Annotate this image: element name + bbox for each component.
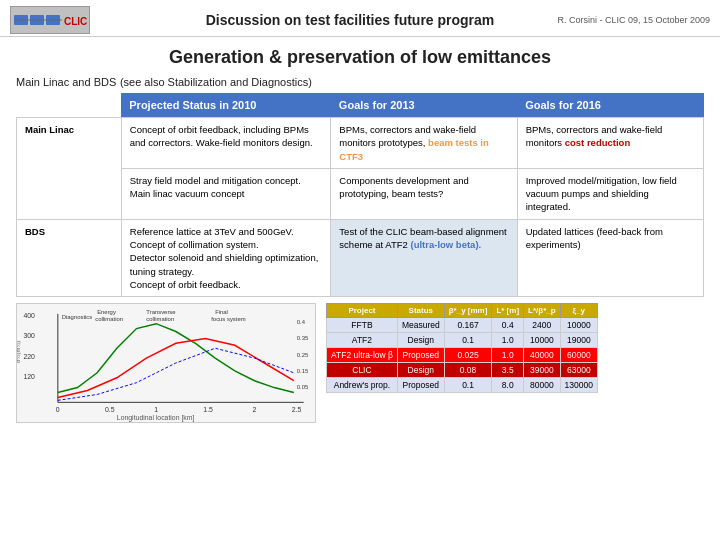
svg-text:collimation: collimation: [95, 316, 123, 322]
svg-text:Final: Final: [215, 309, 228, 315]
row-label-main-linac: Main Linac: [17, 118, 122, 220]
main-linac-col2: BPMs, correctors and wake-field monitors…: [331, 118, 517, 169]
main-linac-col1b: Stray field model and mitigation concept…: [121, 168, 331, 219]
data-table-row: FFTBMeasured0.1670.4240010000: [327, 318, 598, 333]
svg-text:CLIC: CLIC: [64, 16, 87, 27]
svg-text:collimation: collimation: [146, 316, 174, 322]
dt-col-status: Status: [397, 304, 444, 318]
svg-text:0.05: 0.05: [297, 384, 309, 390]
main-table: Projected Status in 2010 Goals for 2013 …: [16, 93, 704, 297]
data-table: Project Status β*_y [mm] L* [m] L*/β*_p …: [326, 303, 598, 393]
bds-col2: Test of the CLIC beam-based alignment sc…: [331, 219, 517, 296]
svg-text:Energy: Energy: [97, 309, 116, 315]
dt-col-xi: ξ_y: [560, 304, 597, 318]
chart-area: 400 300 220 120 0 0.5 1 1.5 2 2.5 Longit…: [16, 303, 316, 423]
bds-col1: Reference lattice at 3TeV and 500GeV. Co…: [121, 219, 331, 296]
page-title: Generation & preservation of low emittan…: [0, 37, 720, 72]
svg-text:Diagnostics: Diagnostics: [62, 314, 93, 320]
table-row: Main Linac Concept of orbit feedback, in…: [17, 118, 704, 169]
data-table-area: Project Status β*_y [mm] L* [m] L*/β*_p …: [326, 303, 704, 423]
bds-col3: Updated lattices (feed-back from experim…: [517, 219, 703, 296]
table-row: BDS Reference lattice at 3TeV and 500GeV…: [17, 219, 704, 296]
header: CLIC Discussion on test facilities futur…: [0, 0, 720, 37]
dt-col-project: Project: [327, 304, 398, 318]
svg-text:0: 0: [56, 406, 60, 413]
svg-text:Transverse: Transverse: [146, 309, 176, 315]
logo-area: CLIC: [10, 6, 150, 34]
section-label: Main Linac and BDS (see also Stabilizati…: [0, 72, 720, 93]
svg-text:0.5: 0.5: [105, 406, 115, 413]
col-projected-header: Projected Status in 2010: [121, 93, 331, 118]
dt-col-ratio: L*/β*_p: [524, 304, 561, 318]
data-table-row: ATF2Design0.11.01000019000: [327, 333, 598, 348]
svg-text:1: 1: [154, 406, 158, 413]
svg-text:220: 220: [23, 353, 35, 360]
main-table-wrapper: Projected Status in 2010 Goals for 2013 …: [0, 93, 720, 297]
svg-text:120: 120: [23, 373, 35, 380]
bottom-section: 400 300 220 120 0 0.5 1 1.5 2 2.5 Longit…: [0, 297, 720, 423]
data-table-row: CLICDesign0.083.53900063000: [327, 363, 598, 378]
svg-text:Longitudinal location [km]: Longitudinal location [km]: [117, 414, 195, 422]
svg-text:0.35: 0.35: [297, 336, 309, 342]
svg-text:focus system: focus system: [211, 316, 245, 322]
svg-text:400: 400: [23, 312, 35, 319]
svg-text:2: 2: [253, 406, 257, 413]
main-linac-col3b: Improved model/mitigation, low field vac…: [517, 168, 703, 219]
col-2016-header: Goals for 2016: [517, 93, 703, 118]
svg-text:2.5: 2.5: [292, 406, 302, 413]
svg-text:300: 300: [23, 333, 35, 340]
header-citation: R. Corsini - CLIC 09, 15 October 2009: [550, 15, 710, 25]
svg-text:0.15: 0.15: [297, 368, 309, 374]
svg-text:0.25: 0.25: [297, 352, 309, 358]
clic-logo: CLIC: [10, 6, 90, 34]
svg-text:0.4: 0.4: [297, 319, 306, 325]
main-linac-col2b: Components development and prototyping, …: [331, 168, 517, 219]
main-linac-col3: BPMs, correctors and wake-field monitors…: [517, 118, 703, 169]
main-linac-col1: Concept of orbit feedback, including BPM…: [121, 118, 331, 169]
data-table-row: Andrew's prop.Proposed0.18.080000130000: [327, 378, 598, 393]
row-label-bds: BDS: [17, 219, 122, 296]
data-table-row: ATF2 ultra-low βProposed0.0251.040000600…: [327, 348, 598, 363]
col-empty-header: [17, 93, 122, 118]
header-title: Discussion on test facilities future pro…: [150, 12, 550, 28]
dt-col-L: L* [m]: [492, 304, 524, 318]
dt-col-by: β*_y [mm]: [444, 304, 492, 318]
svg-text:1.5: 1.5: [203, 406, 213, 413]
svg-text:σ½(m½): σ½(m½): [17, 341, 21, 363]
col-2013-header: Goals for 2013: [331, 93, 517, 118]
